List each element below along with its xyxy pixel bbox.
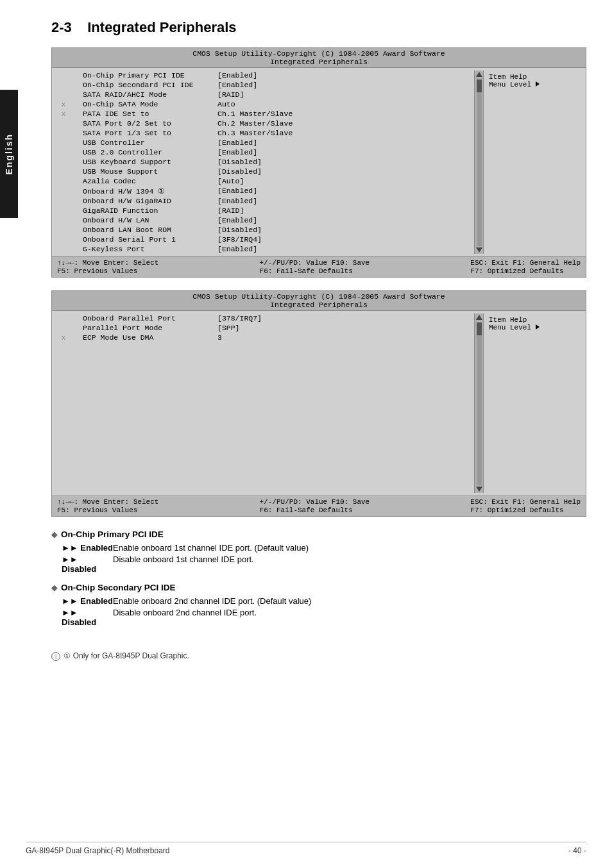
bios-box-2: CMOS Setup Utility-Copyright (C) 1984-20… (51, 290, 586, 517)
bios2-row: Parallel Port Mode [SPP] (57, 323, 469, 333)
bios1-row: USB Mouse Support [Disabled] (57, 167, 469, 176)
bios1-row: Onboard H/W 1394 ① [Enabled] (57, 186, 469, 196)
circle-1-icon: 1 (51, 652, 60, 661)
scroll-track-2 (477, 322, 482, 485)
x-marker (57, 138, 70, 147)
desc-text: Enable onboard 2nd channel IDE port. (De… (113, 596, 586, 606)
desc-text: Disable onboard 1st channel IDE port. (113, 555, 586, 574)
row-label: Onboard H/W LAN (70, 216, 217, 224)
menu-level-arrow-icon (536, 81, 540, 87)
row-label: ECP Mode Use DMA (70, 333, 217, 342)
scroll-thumb-2 (477, 322, 482, 335)
bios1-row: Onboard H/W LAN [Enabled] (57, 215, 469, 225)
desc-sub-item: ►► Enabled Enable onboard 1st channel ID… (51, 543, 586, 553)
row-label: GigaRAID Function (70, 206, 217, 215)
x-marker (57, 197, 70, 205)
row-value: [3F8/IRQ4] (217, 235, 469, 244)
scroll-up-icon[interactable] (476, 72, 482, 77)
row-value: [Enabled] (217, 81, 469, 89)
bios1-row: Azalia Codec [Auto] (57, 176, 469, 186)
row-label: USB Keyboard Support (70, 158, 217, 166)
row-label: Parallel Port Mode (70, 324, 217, 332)
x-marker (57, 324, 70, 332)
desc-text: Enable onboard 1st channel IDE port. (De… (113, 543, 586, 553)
bios1-row: G-Keyless Port [Enabled] (57, 244, 469, 254)
page-footer: GA-8I945P Dual Graphic(-R) Motherboard -… (26, 842, 586, 855)
page-footer-left: GA-8I945P Dual Graphic(-R) Motherboard (26, 846, 170, 855)
row-value: [Enabled] (217, 216, 469, 224)
x-marker (57, 216, 70, 224)
bios1-content: On-Chip Primary PCI IDE [Enabled] On-Chi… (52, 68, 586, 256)
row-value: [Disabled] (217, 158, 469, 166)
scroll-track (477, 79, 482, 246)
bios2-help: Item Help Menu Level (483, 313, 586, 493)
x-marker (57, 158, 70, 166)
help-item-2: Item Help (489, 316, 581, 324)
bios1-row: USB Keyboard Support [Disabled] (57, 157, 469, 167)
desc-item: ◆On-Chip Secondary PCI IDE ►► Enabled En… (51, 583, 586, 627)
footer2-col1: ↑↓→←: Move Enter: Select F5: Previous Va… (57, 498, 158, 514)
bios2-row: Onboard Parallel Port [378/IRQ7] (57, 313, 469, 323)
desc-arrow: ►► Disabled (62, 555, 113, 574)
row-value: Ch.3 Master/Slave (217, 129, 469, 137)
bios1-scrollbar[interactable] (474, 71, 483, 254)
desc-arrow: ►► Enabled (62, 596, 113, 606)
bios2-footer: ↑↓→←: Move Enter: Select F5: Previous Va… (52, 496, 586, 516)
row-label: Onboard H/W 1394 ① (70, 187, 217, 196)
scroll-thumb (477, 79, 482, 92)
x-marker (57, 71, 70, 79)
help-item: Item Help (489, 73, 581, 81)
row-label: SATA RAID/AHCI Mode (70, 90, 217, 99)
row-label: Onboard LAN Boot ROM (70, 226, 217, 234)
scroll-down-icon[interactable] (476, 247, 482, 253)
x-marker (57, 148, 70, 156)
bios1-row: Onboard H/W GigaRAID [Enabled] (57, 196, 469, 206)
desc-arrow: ►► Disabled (62, 608, 113, 627)
diamond-icon: ◆ (51, 583, 57, 592)
bios1-row: SATA RAID/AHCI Mode [RAID] (57, 90, 469, 99)
desc-arrow: ►► Enabled (62, 543, 113, 553)
row-label: Onboard Parallel Port (70, 314, 217, 322)
desc-sub-item: ►► Enabled Enable onboard 2nd channel ID… (51, 596, 586, 606)
desc-sub-item: ►► Disabled Disable onboard 2nd channel … (51, 608, 586, 627)
bios1-row: USB 2.0 Controller [Enabled] (57, 147, 469, 157)
bios1-row: SATA Port 1/3 Set to Ch.3 Master/Slave (57, 128, 469, 138)
row-label: Onboard H/W GigaRAID (70, 197, 217, 205)
bios-box-1: CMOS Setup Utility-Copyright (C) 1984-20… (51, 47, 586, 278)
footer2-col3: ESC: Exit F1: General Help F7: Optimized… (470, 498, 581, 514)
bios1-rows: On-Chip Primary PCI IDE [Enabled] On-Chi… (52, 71, 474, 254)
x-marker (57, 90, 70, 99)
row-value: [Enabled] (217, 197, 469, 205)
x-marker (57, 81, 70, 89)
scroll-down-2-icon[interactable] (476, 487, 482, 492)
x-marker (57, 129, 70, 137)
bios1-row: Onboard LAN Boot ROM [Disabled] (57, 225, 469, 235)
row-label: PATA IDE Set to (70, 110, 217, 118)
bios2-title1: CMOS Setup Utility-Copyright (C) 1984-20… (52, 291, 586, 311)
desc-title: ◆On-Chip Primary PCI IDE (51, 530, 586, 539)
row-value: Ch.1 Master/Slave (217, 110, 469, 118)
x-marker (57, 206, 70, 215)
bios1-row: USB Controller [Enabled] (57, 138, 469, 147)
scroll-up-2-icon[interactable] (476, 315, 482, 320)
row-label: On-Chip SATA Mode (70, 100, 217, 108)
row-label: G-Keyless Port (70, 245, 217, 253)
bios1-row: GigaRAID Function [RAID] (57, 206, 469, 215)
x-marker: x (57, 333, 70, 342)
desc-item: ◆On-Chip Primary PCI IDE ►► Enabled Enab… (51, 530, 586, 574)
x-marker (57, 235, 70, 244)
row-label: On-Chip Primary PCI IDE (70, 71, 217, 79)
desc-title: ◆On-Chip Secondary PCI IDE (51, 583, 586, 592)
bios2-scrollbar[interactable] (474, 313, 483, 493)
row-value: [SPP] (217, 324, 469, 332)
x-marker (57, 226, 70, 234)
x-marker (57, 177, 70, 185)
bios1-footer: ↑↓→←: Move Enter: Select F5: Previous Va… (52, 256, 586, 277)
x-marker: x (57, 110, 70, 118)
bios1-row: Onboard Serial Port 1 [3F8/IRQ4] (57, 235, 469, 244)
help-menu-level-2: Menu Level (489, 324, 581, 331)
row-value: [Enabled] (217, 148, 469, 156)
x-marker (57, 314, 70, 322)
row-value: [Enabled] (217, 187, 469, 196)
side-tab: English (0, 90, 18, 218)
